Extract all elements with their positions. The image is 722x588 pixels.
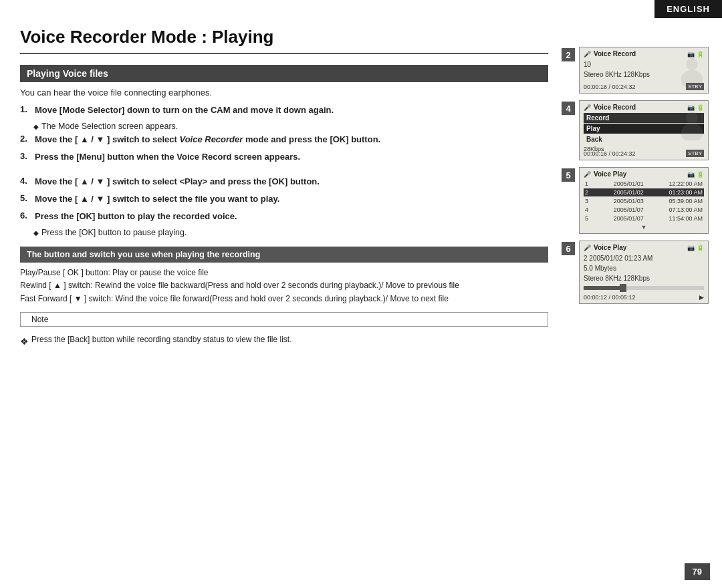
device-audio-6: Stereo 8KHz 128Kbps xyxy=(584,273,704,283)
step-5: 5. Move the [ ▲ / ▼ ] switch to select t… xyxy=(20,193,548,205)
progress-indicator xyxy=(620,284,626,292)
file-idx-4: 4 xyxy=(585,206,588,213)
step-6-subnote: ◆ Press the [OK] button to pause playing… xyxy=(33,228,548,237)
footer-note: ❖ Press the [Back] button while recordin… xyxy=(20,335,548,347)
file-idx-5: 5 xyxy=(585,215,588,222)
file-item-1: 1 2005/01/01 12:22:00 AM xyxy=(584,180,704,188)
device-footer-4: 00:00:16 / 00:24:32 STBY xyxy=(584,150,704,157)
diamond-icon-6: ◆ xyxy=(33,229,39,237)
step-num-1: 1. xyxy=(20,104,31,114)
screen-item-6: 6 🎤 Voice Play 📷 🔋 2 2005/01/02 01:23 AM… xyxy=(562,241,709,304)
device-title-4: Voice Record xyxy=(594,104,685,111)
step-text-4: Move the [ ▲ / ▼ ] switch to select <Pla… xyxy=(35,176,320,188)
step-3: 3. Press the [Menu] button when the Voic… xyxy=(20,151,548,163)
device-status-icons-6: 📷 🔋 xyxy=(687,245,704,251)
svg-point-3 xyxy=(681,124,703,140)
device-screen-4: 🎤 Voice Record 📷 🔋 Record Play Back 28Kb… xyxy=(579,100,709,160)
scroll-indicator-5: ▼ xyxy=(584,224,704,231)
step-num-2: 2. xyxy=(20,134,31,144)
mic-icon-6: 🎤 xyxy=(584,245,591,251)
step-num-4: 4. xyxy=(20,176,31,186)
footer-diamond-icon: ❖ xyxy=(20,336,29,347)
screen-num-5: 5 xyxy=(562,168,575,182)
device-screen-6: 🎤 Voice Play 📷 🔋 2 2005/01/02 01:23 AM 5… xyxy=(579,241,709,304)
device-title-6: Voice Play xyxy=(594,244,685,251)
device-time-2: 00:00:16 / 00:24:32 xyxy=(584,84,636,90)
file-date-1: 2005/01/01 xyxy=(614,180,644,187)
intro-text: You can hear the voice file connecting e… xyxy=(20,88,548,98)
file-idx-2: 2 xyxy=(585,189,588,196)
device-footer-6: 00:00:12 / 00:05:12 ▶ xyxy=(584,294,704,301)
file-date-5: 2005/01/07 xyxy=(614,215,644,222)
mic-icon-4: 🎤 xyxy=(584,104,591,111)
step-num-3: 3. xyxy=(20,151,31,161)
screen-item-2: 2 🎤 Voice Record 📷 🔋 10 Stereo 8KHz 128K… xyxy=(562,47,709,94)
device-header-5: 🎤 Voice Play 📷 🔋 xyxy=(584,170,704,178)
right-column: 2 🎤 Voice Record 📷 🔋 10 Stereo 8KHz 128K… xyxy=(562,47,709,575)
page-title: Voice Recorder Mode : Playing xyxy=(20,27,548,54)
device-time-4: 00:00:16 / 00:24:32 xyxy=(584,150,636,157)
note-box: Note xyxy=(20,312,548,327)
device-date-6: 2 2005/01/02 01:23 AM xyxy=(584,253,704,263)
file-date-2: 2005/01/02 xyxy=(614,189,644,196)
step-num-6: 6. xyxy=(20,210,31,220)
tip-line-2: Rewind [ ▲ ] switch: Rewind the voice fi… xyxy=(20,279,548,292)
step-text-1: Move [Mode Selector] down to turn on the… xyxy=(35,104,334,116)
progress-bar-container xyxy=(584,286,704,290)
mic-icon-5: 🎤 xyxy=(584,171,591,178)
step-num-5: 5. xyxy=(20,193,31,203)
device-header-6: 🎤 Voice Play 📷 🔋 xyxy=(584,244,704,251)
device-title-5: Voice Play xyxy=(594,170,685,178)
file-time-4: 07:13:00 AM xyxy=(669,206,703,213)
file-time-5: 11:54:00 AM xyxy=(669,215,703,222)
file-idx-3: 3 xyxy=(585,198,588,204)
file-item-5: 5 2005/01/07 11:54:00 AM xyxy=(584,214,704,223)
device-status-icons-5: 📷 🔋 xyxy=(687,171,704,178)
screen-num-2: 2 xyxy=(562,48,575,61)
step-text-5: Move the [ ▲ / ▼ ] switch to select the … xyxy=(35,193,279,205)
step-text-2: Move the [ ▲ / ▼ ] switch to select Voic… xyxy=(35,134,380,146)
screen-num-6: 6 xyxy=(562,242,575,255)
file-time-1: 12:22:00 AM xyxy=(669,180,703,187)
svg-point-2 xyxy=(686,112,698,124)
file-list-5: 1 2005/01/01 12:22:00 AM 2 2005/01/02 01… xyxy=(584,180,704,223)
file-item-4: 4 2005/01/07 07:13:00 AM xyxy=(584,206,704,214)
device-screen-5: 🎤 Voice Play 📷 🔋 1 2005/01/01 12:22:00 A… xyxy=(579,167,709,234)
file-time-2: 01:23:00 AM xyxy=(669,189,703,196)
progress-bar-fill xyxy=(584,286,620,290)
file-item-2: 2 2005/01/02 01:23:00 AM xyxy=(584,188,704,196)
screen-item-4: 4 🎤 Voice Record 📷 🔋 Record Play Back 28… xyxy=(562,100,709,160)
section-header: Playing Voice files xyxy=(20,65,548,82)
page-number: 79 xyxy=(685,563,710,580)
progress-bar-track xyxy=(584,286,704,290)
step-4: 4. Move the [ ▲ / ▼ ] switch to select <… xyxy=(20,176,548,188)
device-body-6: 2 2005/01/02 01:23 AM 5.0 Mbytes Stereo … xyxy=(584,253,704,290)
step-text-6: Press the [OK] button to play the record… xyxy=(35,210,237,223)
stby-badge-2: STBY xyxy=(686,83,704,90)
device-title-2: Voice Record xyxy=(594,50,685,57)
silhouette-icon-4 xyxy=(679,110,705,140)
device-footer-2: 00:00:16 / 00:24:32 STBY xyxy=(584,83,704,90)
screen-num-4: 4 xyxy=(562,102,575,115)
device-screen-2: 🎤 Voice Record 📷 🔋 10 Stereo 8KHz 128Kbp… xyxy=(579,47,709,94)
device-time-6: 00:00:12 / 00:05:12 xyxy=(584,294,636,301)
file-date-3: 2005/01/03 xyxy=(614,198,644,204)
stby-badge-4: STBY xyxy=(686,150,704,157)
file-item-3: 3 2005/01/03 05:39:00 AM xyxy=(584,197,704,205)
svg-point-0 xyxy=(686,58,698,70)
step-text-3: Press the [Menu] button when the Voice R… xyxy=(35,151,300,163)
step-1: 1. Move [Mode Selector] down to turn on … xyxy=(20,104,548,116)
tip-content: Play/Pause [ OK ] button: Play or pause … xyxy=(20,267,548,305)
play-icon-6: ▶ xyxy=(699,294,704,301)
screen-item-5: 5 🎤 Voice Play 📷 🔋 1 2005/01/01 12:22:00… xyxy=(562,167,709,234)
device-size-6: 5.0 Mbytes xyxy=(584,263,704,273)
diamond-icon-1: ◆ xyxy=(33,123,39,130)
device-status-icons-2: 📷 🔋 xyxy=(687,51,704,57)
tip-line-1: Play/Pause [ OK ] button: Play or pause … xyxy=(20,267,548,279)
mic-icon-2: 🎤 xyxy=(584,51,591,57)
tip-line-3: Fast Forward [ ▼ ] switch: Wind the voic… xyxy=(20,293,548,305)
step-1-subnote: ◆ The Mode Selection screen appears. xyxy=(33,122,548,131)
file-date-4: 2005/01/07 xyxy=(614,206,644,213)
file-time-3: 05:39:00 AM xyxy=(669,198,703,204)
left-column: Voice Recorder Mode : Playing Playing Vo… xyxy=(20,20,548,575)
